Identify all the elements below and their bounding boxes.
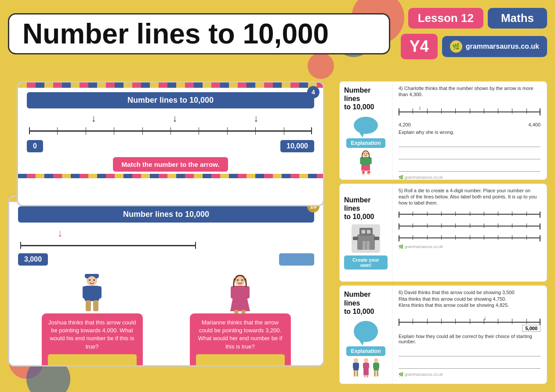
svg-rect-58 [374, 370, 376, 377]
svg-rect-44 [357, 363, 359, 368]
svg-rect-49 [363, 363, 365, 368]
ws3-right: 6) David thinks that this arrow could be… [392, 286, 547, 384]
svg-rect-4 [86, 300, 91, 311]
svg-rect-35 [362, 230, 365, 234]
ws3-end: 5,000 [522, 325, 540, 332]
svg-rect-23 [360, 157, 363, 164]
svg-point-9 [89, 279, 91, 281]
ws3-figures [352, 358, 381, 378]
ws3-badge: Explanation [346, 346, 385, 356]
svg-rect-37 [363, 241, 366, 250]
slide-2-end-blank [279, 253, 314, 266]
svg-rect-16 [234, 310, 239, 313]
ws1-badge: Explanation [346, 138, 385, 148]
ws1-end: 4,400 [528, 122, 540, 127]
svg-rect-17 [241, 310, 246, 313]
worksheets-area: Number linesto 10,000 Explanation [339, 81, 547, 384]
ws3-line-1 [399, 348, 540, 356]
svg-point-47 [364, 358, 368, 363]
marianne-figure: Marianne thinks that the arrow could be … [190, 274, 291, 367]
ws3-title: Number linesto 10,000 [344, 290, 388, 316]
svg-point-31 [368, 171, 370, 173]
svg-point-29 [364, 153, 365, 154]
page-title: Number lines to 10,000 [22, 20, 376, 48]
characters-row: Joshua thinks that this arrow could be p… [9, 270, 323, 367]
slide-1: 4 Number lines to 10,000 ↓ ↓ ↓ [17, 81, 324, 206]
ws1-explain: Explain why she is wrong. [399, 129, 540, 135]
svg-rect-22 [361, 157, 370, 165]
girl-figure-svg [228, 274, 252, 313]
ws3-left: Number linesto 10,000 Explanation [340, 286, 392, 384]
main-content: 4 Number lines to 10,000 ↓ ↓ ↓ [8, 81, 547, 384]
ws3-explain: Explain how they could all be correct by… [399, 334, 540, 344]
match-button[interactable]: Match the number to the arrow. [113, 157, 229, 172]
svg-rect-52 [364, 375, 366, 378]
ws3-question: 6) David thinks that this arrow could be… [399, 289, 540, 308]
website-icon: 🌿 [450, 40, 462, 53]
svg-rect-57 [377, 363, 379, 368]
worksheet-2: Number linesto 10,000 [339, 183, 547, 282]
joshua-answer [48, 354, 137, 367]
header-top-row: Lesson 12 Maths [408, 8, 547, 29]
ws1-question: 4) Charlotte thinks that the number show… [399, 85, 540, 98]
year-badge: Y4 [401, 34, 438, 59]
svg-point-54 [374, 358, 378, 363]
svg-point-28 [363, 151, 369, 157]
svg-rect-51 [363, 370, 369, 375]
svg-rect-56 [373, 363, 375, 368]
ws1-line-3 [399, 163, 540, 172]
svg-rect-40 [374, 237, 379, 240]
marianne-card: Marianne thinks that the arrow could be … [190, 313, 291, 367]
marianne-answer [196, 354, 285, 367]
svg-point-41 [354, 358, 358, 363]
svg-rect-34 [359, 228, 373, 236]
ws1-title: Number linesto 10,000 [344, 86, 388, 111]
figure-3 [372, 358, 381, 378]
boy-figure-svg [80, 274, 104, 313]
worksheet-3: Number linesto 10,000 Explanation [339, 285, 547, 384]
slide-2: 10 Number lines to 10,000 ↓ 3,000 [8, 195, 324, 367]
building-svg [353, 226, 379, 252]
joshua-card: Joshua thinks that this arrow could be p… [42, 313, 143, 367]
ws1-girl-figure [356, 150, 376, 175]
ws2-question: 5) Roll a die to create a 4-digit number… [399, 187, 540, 206]
ws2-title: Number linesto 10,000 [344, 196, 388, 221]
header-bottom-row: Y4 🌿 grammarsaurus.co.uk [401, 34, 547, 59]
svg-point-19 [237, 279, 239, 281]
svg-rect-33 [357, 234, 375, 250]
svg-rect-45 [354, 370, 355, 377]
ws2-right: 5) Roll a die to create a 4-digit number… [392, 184, 547, 282]
joshua-text: Joshua thinks that this arrow could be p… [48, 319, 136, 350]
ws1-line-2 [399, 151, 540, 159]
slides-area: 4 Number lines to 10,000 ↓ ↓ ↓ [8, 81, 333, 384]
website-badge: 🌿 grammarsaurus.co.uk [442, 36, 547, 57]
svg-rect-38 [366, 241, 370, 250]
svg-rect-46 [356, 370, 358, 377]
ws1-line-1 [399, 138, 540, 147]
slide-1-number: 4 [307, 86, 319, 98]
slide-2-start: 3,000 [18, 253, 48, 266]
svg-rect-53 [366, 375, 368, 378]
header: Number lines to 10,000 Lesson 12 Maths Y… [8, 8, 547, 59]
ws1-start: 4,200 [399, 122, 411, 127]
header-right: Lesson 12 Maths Y4 🌿 grammarsaurus.co.uk [401, 8, 547, 59]
subject-badge: Maths [488, 8, 547, 29]
arrow-1: ↓ [91, 113, 96, 124]
slide-2-title: Number lines to 10,000 [18, 206, 314, 223]
svg-rect-43 [353, 363, 355, 368]
ws1-right: 4) Charlotte thinks that the number show… [392, 82, 547, 180]
svg-point-32 [362, 171, 365, 173]
ws3-line-2 [399, 360, 540, 369]
website-label: grammarsaurus.co.uk [466, 43, 539, 50]
svg-rect-5 [93, 300, 98, 311]
ws1-left: Number linesto 10,000 Explanation [340, 82, 392, 180]
svg-rect-24 [369, 157, 372, 164]
svg-point-10 [93, 279, 95, 281]
svg-rect-36 [367, 230, 370, 234]
svg-rect-39 [353, 237, 358, 240]
slide-2-arrow: ↓ [58, 227, 323, 239]
arrow-3: ↓ [254, 113, 258, 124]
svg-rect-14 [245, 286, 250, 298]
svg-rect-2 [83, 286, 87, 298]
svg-point-30 [366, 153, 367, 154]
